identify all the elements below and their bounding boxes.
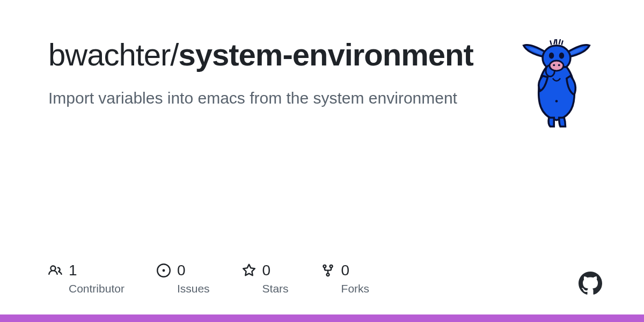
svg-point-7 (555, 100, 558, 103)
stat-forks: 0 Forks (321, 262, 370, 295)
svg-point-6 (558, 64, 560, 66)
svg-point-4 (550, 61, 564, 71)
repo-owner: bwachter (48, 37, 170, 72)
issue-icon (157, 264, 171, 277)
svg-point-2 (549, 52, 554, 58)
stat-stars: 0 Stars (242, 262, 289, 295)
repo-description: Import variables into emacs from the sys… (48, 87, 478, 109)
repo-stats: 1 Contributor 0 Issues 0 Stars (48, 262, 369, 295)
social-preview-card: bwachter/system-environment Import varia… (0, 0, 644, 322)
owner-avatar (511, 38, 602, 129)
stars-label: Stars (262, 282, 289, 295)
contributors-label: Contributor (69, 282, 125, 295)
svg-point-5 (553, 64, 555, 66)
donkey-avatar-icon (516, 39, 597, 128)
repo-separator: / (170, 37, 178, 72)
svg-point-3 (559, 52, 564, 58)
fork-icon (321, 264, 335, 277)
stars-value: 0 (262, 262, 271, 279)
issues-label: Issues (177, 282, 210, 295)
people-icon (48, 264, 62, 277)
forks-value: 0 (341, 262, 350, 279)
stat-issues: 0 Issues (157, 262, 210, 295)
github-logo-icon (579, 272, 602, 295)
forks-label: Forks (341, 282, 370, 295)
star-icon (242, 264, 256, 277)
contributors-value: 1 (69, 262, 77, 279)
issues-value: 0 (177, 262, 186, 279)
stat-contributors: 1 Contributor (48, 262, 125, 295)
repo-name: system-environment (178, 37, 473, 72)
language-color-bar (0, 314, 644, 322)
repo-title: bwachter/system-environment (48, 38, 478, 72)
